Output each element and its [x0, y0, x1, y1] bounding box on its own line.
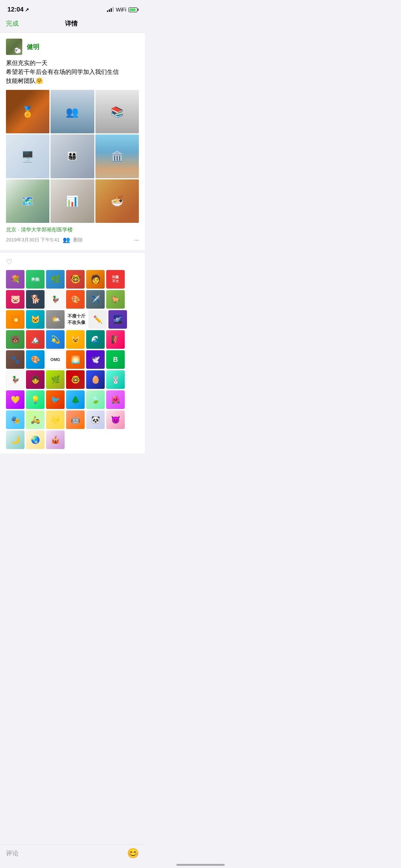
list-item[interactable]: 🤓 — [66, 370, 85, 389]
list-item[interactable]: 👧 — [26, 370, 45, 389]
list-item[interactable]: 🧑 — [86, 270, 105, 289]
list-item[interactable]: 🌊 — [86, 330, 105, 349]
image-grid — [6, 90, 139, 223]
list-item[interactable]: 🌌 — [108, 310, 127, 329]
status-bar: 12:04 ↗ WiFi — [0, 0, 145, 16]
list-item[interactable]: 🕊️ — [86, 350, 105, 369]
list-item[interactable]: 🌤️ — [46, 310, 65, 329]
list-item[interactable]: 奔跑 — [26, 270, 45, 289]
list-item[interactable]: 🌟 — [46, 410, 65, 429]
page-title: 详情 — [65, 19, 78, 28]
list-item[interactable]: 🐱 — [26, 310, 45, 329]
list-item[interactable]: 🐕 — [26, 290, 45, 309]
signal-bars-icon — [107, 7, 114, 12]
list-item[interactable]: 🎨 — [26, 350, 45, 369]
list-item[interactable]: 💐 — [6, 270, 25, 289]
location-arrow-icon: ↗ — [25, 7, 29, 13]
battery-icon — [128, 7, 137, 12]
post-container: 健明 累但充实的一天希望若干年后会有在场的同学加入我们生信技能树团队🤗 — [0, 33, 145, 250]
list-item[interactable]: 🐎 — [106, 290, 125, 309]
status-icons: WiFi — [107, 7, 137, 13]
post-meta: 2019年3月30日 下午5:41 👥 删除 ··· — [6, 235, 139, 244]
list-item[interactable]: 🐦 — [46, 390, 65, 409]
avatar[interactable] — [6, 39, 22, 55]
list-item[interactable]: 🌺 — [106, 390, 125, 409]
username[interactable]: 健明 — [27, 43, 39, 51]
list-item[interactable]: 🌿 — [46, 270, 65, 289]
post-image-2[interactable] — [50, 90, 94, 133]
list-item[interactable]: 🐻 — [6, 330, 25, 349]
post-location[interactable]: 北京 · 清华大学郑裕彤医学楼 — [6, 227, 139, 233]
list-item[interactable]: ✈️ — [86, 290, 105, 309]
list-item[interactable]: 🍃 — [86, 390, 105, 409]
likes-section: ♡ 💐 奔跑 🌿 🤓 🧑 问题不大 🐷 — [0, 253, 145, 453]
likes-header: ♡ — [6, 257, 139, 266]
wifi-icon: WiFi — [116, 7, 126, 13]
list-item[interactable]: 🌿 — [46, 370, 65, 389]
post-image-4[interactable] — [6, 134, 49, 178]
list-item[interactable]: 🐾 — [6, 350, 25, 369]
list-item[interactable]: 😈 — [106, 410, 125, 429]
post-image-1[interactable] — [6, 90, 49, 133]
list-item[interactable]: 💫 — [46, 330, 65, 349]
list-item[interactable]: 🦆 — [46, 290, 65, 309]
list-item[interactable]: 🐼 — [86, 410, 105, 429]
list-item[interactable]: B — [106, 350, 125, 369]
nav-bar: 完成 详情 — [0, 16, 145, 33]
list-item[interactable]: 🤖 — [66, 410, 85, 429]
more-button[interactable]: ··· — [134, 235, 139, 244]
list-item[interactable]: 🌏 — [26, 430, 45, 449]
list-item[interactable]: 🦆 — [6, 370, 25, 389]
delete-button[interactable]: 删除 — [73, 237, 83, 243]
list-item[interactable]: OMG — [46, 350, 65, 369]
list-item[interactable]: 💥 — [6, 310, 25, 329]
friends-icon: 👥 — [63, 236, 70, 243]
post-text: 累但充实的一天希望若干年后会有在场的同学加入我们生信技能树团队🤗 — [6, 59, 139, 85]
list-item[interactable]: 💛 — [6, 390, 25, 409]
post-image-3[interactable] — [95, 90, 139, 133]
heart-icon: ♡ — [6, 257, 13, 266]
list-item[interactable]: 🎪 — [46, 430, 65, 449]
avatars-row: 💐 奔跑 🌿 🤓 🧑 问题不大 🐷 🐕 — [6, 270, 139, 449]
list-item[interactable]: 🎨 — [66, 290, 85, 309]
list-item[interactable]: 🌲 — [66, 390, 85, 409]
list-item[interactable]: 🐰 — [106, 370, 125, 389]
post-date: 2019年3月30日 下午5:41 — [6, 237, 60, 243]
post-image-6[interactable] — [95, 134, 139, 178]
list-item[interactable]: 💡 — [26, 390, 45, 409]
list-item[interactable]: 🏔️ — [26, 330, 45, 349]
list-item[interactable]: 🎭 — [6, 410, 25, 429]
list-item[interactable]: 🧗 — [106, 330, 125, 349]
notfat-text-avatar: 不瘦十斤 不改头像 — [66, 310, 87, 329]
post-image-7[interactable] — [6, 179, 49, 223]
list-item[interactable]: 🌅 — [66, 350, 85, 369]
list-item[interactable]: 问题不大 — [106, 270, 125, 289]
post-image-5[interactable] — [50, 134, 94, 178]
list-item[interactable]: 😺 — [66, 330, 85, 349]
status-time: 12:04 ↗ — [7, 6, 29, 13]
list-item[interactable]: ✏️ — [88, 310, 107, 329]
post-image-9[interactable] — [95, 179, 139, 223]
list-item[interactable]: 🤓 — [66, 270, 85, 289]
list-item[interactable]: 🐷 — [6, 290, 25, 309]
list-item[interactable]: 🛵 — [26, 410, 45, 429]
list-item[interactable]: 🌙 — [6, 430, 25, 449]
list-item[interactable]: 🥚 — [86, 370, 105, 389]
done-button[interactable]: 完成 — [6, 19, 19, 28]
post-image-8[interactable] — [50, 179, 94, 223]
post-header: 健明 — [6, 39, 139, 55]
